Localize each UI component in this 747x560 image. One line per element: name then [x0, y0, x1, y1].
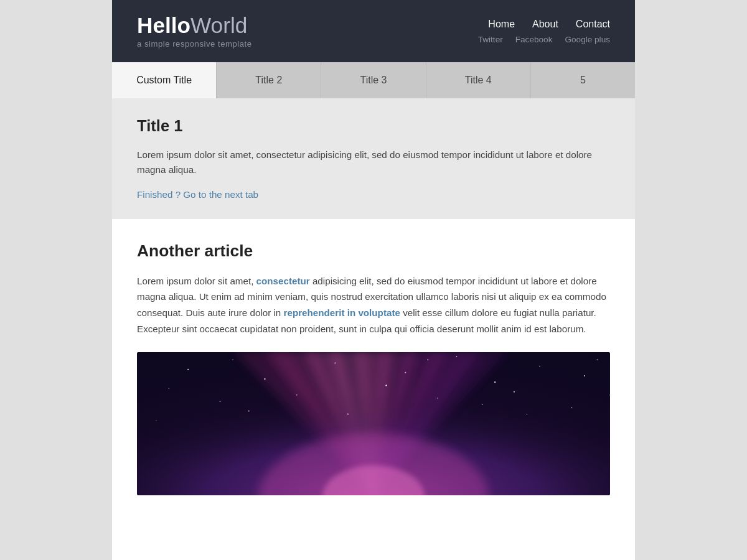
svg-point-17 — [456, 356, 458, 357]
article-para-prefix: Lorem ipsum dolor sit amet, — [137, 276, 256, 286]
svg-point-20 — [584, 375, 585, 376]
logo-world: World — [190, 13, 247, 37]
svg-point-35 — [482, 404, 483, 405]
logo-area: HelloWorld a simple responsive template — [137, 14, 251, 49]
svg-point-13 — [232, 359, 233, 360]
nav-contact[interactable]: Contact — [576, 19, 610, 30]
tab-title-4[interactable]: Title 4 — [426, 62, 531, 98]
logo: HelloWorld — [137, 14, 251, 38]
tabs-bar: Custom Title Title 2 Title 3 Title 4 5 — [112, 62, 635, 98]
svg-point-14 — [264, 378, 265, 380]
svg-point-30 — [248, 411, 250, 412]
tab-title-2[interactable]: Title 2 — [217, 62, 321, 98]
svg-point-23 — [296, 394, 298, 396]
svg-point-25 — [437, 398, 438, 398]
nav-google-plus[interactable]: Google plus — [565, 35, 610, 44]
svg-point-18 — [494, 381, 496, 383]
svg-point-15 — [334, 363, 336, 364]
svg-point-34 — [427, 359, 428, 360]
next-tab-link[interactable]: Finished ? Go to the next tab — [137, 189, 258, 200]
tab-5[interactable]: 5 — [531, 62, 635, 98]
content-body: Lorem ipsum dolor sit amet, consectetur … — [137, 147, 610, 178]
galaxy-image — [137, 352, 610, 495]
nav-twitter[interactable]: Twitter — [478, 35, 503, 44]
svg-point-31 — [347, 414, 349, 415]
svg-point-29 — [156, 420, 156, 421]
tab-title-3[interactable]: Title 3 — [321, 62, 426, 98]
nav-main-links: Home About Contact — [488, 19, 610, 30]
article-section: Another article Lorem ipsum dolor sit am… — [112, 219, 635, 520]
logo-hello: Hello — [137, 13, 190, 37]
svg-point-24 — [385, 385, 387, 386]
main-nav: Home About Contact Twitter Facebook Goog… — [478, 19, 610, 44]
article-title: Another article — [137, 241, 610, 261]
article-link-reprehenderit[interactable]: reprehenderit in voluptate — [284, 307, 400, 318]
tab-custom-title[interactable]: Custom Title — [112, 62, 217, 98]
content-title: Title 1 — [137, 117, 610, 135]
svg-point-21 — [169, 388, 169, 389]
svg-point-12 — [187, 369, 189, 370]
nav-social-links: Twitter Facebook Google plus — [478, 35, 610, 44]
nav-facebook[interactable]: Facebook — [515, 35, 553, 44]
svg-point-28 — [597, 359, 598, 360]
article-link-consectetur[interactable]: consectetur — [256, 276, 310, 286]
site-header: HelloWorld a simple responsive template … — [112, 0, 635, 62]
logo-subtitle: a simple responsive template — [137, 39, 251, 49]
svg-point-26 — [514, 391, 515, 393]
svg-point-22 — [220, 401, 221, 402]
nav-about[interactable]: About — [532, 19, 558, 30]
svg-point-16 — [405, 372, 406, 373]
tab-content-section: Title 1 Lorem ipsum dolor sit amet, cons… — [112, 98, 635, 219]
svg-point-19 — [539, 366, 540, 367]
svg-point-32 — [527, 414, 528, 415]
nav-home[interactable]: Home — [488, 19, 515, 30]
article-body: Lorem ipsum dolor sit amet, consectetur … — [137, 273, 610, 337]
svg-point-27 — [571, 407, 572, 408]
